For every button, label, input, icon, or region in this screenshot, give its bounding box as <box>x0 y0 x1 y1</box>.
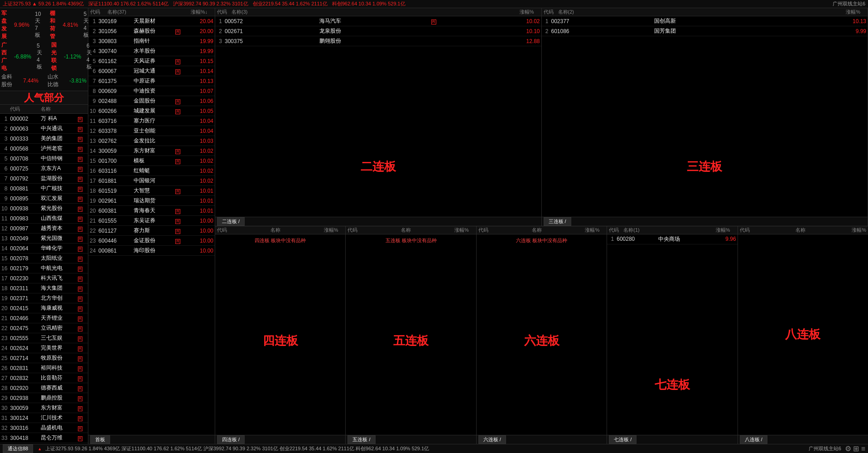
tab-qilianban[interactable]: 七连板 / <box>609 435 637 444</box>
tab-yiban[interactable]: 首板 <box>90 435 110 444</box>
pop-row[interactable]: 7 000792 盐湖股份 R <box>0 174 88 184</box>
pop-row[interactable]: 19 002371 北方华创 R <box>0 293 88 303</box>
limitup-row[interactable]: 7 601375 中原证券 10.13 <box>88 76 215 86</box>
limitup-row[interactable]: 13 002762 金发拉比 10.03 <box>88 136 215 146</box>
limitup-row[interactable]: 16 603116 红蜻蜓 10.02 <box>88 166 215 176</box>
pop-row[interactable]: 6 000725 京东方A R <box>0 164 88 174</box>
pop-row[interactable]: 22 002475 立讯精密 R <box>0 323 88 333</box>
erlianban-scroll[interactable]: 1 000572 海马汽车 R 10.02 2 002671 龙泉股份 10.1… <box>215 16 541 117</box>
limitup-row[interactable]: 9 002488 金固股份 R 10.06 <box>88 96 215 106</box>
pop-row[interactable]: 24 002624 完美世界 R <box>0 343 88 353</box>
limitup-row[interactable]: 10 600266 城建发展 R 10.05 <box>88 106 215 116</box>
lu-num: 8 <box>88 86 97 96</box>
sanlianban-row[interactable]: 2 601086 国芳集团 9.99 <box>542 26 868 36</box>
pop-row[interactable]: 27 002832 比音勒芬 R <box>0 373 88 383</box>
pop-row[interactable]: 2 000063 中兴通讯 R <box>0 124 88 134</box>
pop-row[interactable]: 20 002415 海康威视 R <box>0 303 88 313</box>
lu-r: R <box>173 26 187 36</box>
limitup-row[interactable]: 3 300803 指南针 19.99 <box>88 36 215 46</box>
pop-name: 华峰化学 <box>39 244 76 253</box>
erlianban-row[interactable]: 1 000572 海马汽车 R 10.02 <box>215 16 541 26</box>
pop-code: 002555 <box>9 333 39 343</box>
silianban-no-data: 四连板 板块中没有品种 <box>252 234 309 247</box>
lu-num: 11 <box>88 116 97 126</box>
pop-row[interactable]: 31 300124 汇川技术 R <box>0 413 88 423</box>
pop-row[interactable]: 29 002938 鹏鼎控股 R <box>0 393 88 403</box>
pop-row[interactable]: 32 300316 晶盛机电 R <box>0 423 88 433</box>
limitup-row[interactable]: 6 600067 冠城大通 R 10.14 <box>88 66 215 76</box>
lu-num: 18 <box>88 186 97 196</box>
limitup-row[interactable]: 15 001700 樯板 R 10.02 <box>88 156 215 166</box>
limitup-row[interactable]: 14 300059 东方财富 R 10.02 <box>88 146 215 156</box>
limitup-row[interactable]: 1 300169 天晨新材 20.04 <box>88 16 215 26</box>
pop-row[interactable]: 33 300418 昆仑万维 R <box>0 433 88 443</box>
pop-row[interactable]: 17 002230 科大讯飞 R <box>0 273 88 283</box>
limitup-row[interactable]: 11 603716 塞力医疗 10.04 <box>88 116 215 126</box>
pop-row[interactable]: 23 002555 三七互娱 R <box>0 333 88 343</box>
tab-silianban[interactable]: 四连板 / <box>217 435 245 444</box>
pop-row[interactable]: 13 002049 紫光国微 R <box>0 234 88 244</box>
pop-row[interactable]: 28 002920 德赛西威 R <box>0 383 88 393</box>
limitup-row[interactable]: 23 600446 金证股份 R 10.00 <box>88 236 215 246</box>
limitup-row[interactable]: 24 000861 海印股份 10.00 <box>88 246 215 256</box>
limitup-row[interactable]: 4 300740 水羊股份 19.99 <box>88 46 215 56</box>
balianban-header: 代码 名称 涨幅% <box>738 226 868 234</box>
lu-change: 10.00 <box>187 236 215 246</box>
pop-r: R <box>76 204 88 214</box>
limitup-row[interactable]: 8 000609 中迪投资 10.07 <box>88 86 215 96</box>
tab-erlianban[interactable]: 二连板 / <box>217 217 245 226</box>
pop-name: 裕同科技 <box>39 363 76 373</box>
pop-row[interactable]: 16 002179 中航光电 R <box>0 263 88 273</box>
pop-table: 代码 名称 1 000002 万 科A R 2 000063 中兴通讯 R 3 … <box>0 105 88 444</box>
limitup-row[interactable]: 5 601162 天风证券 R 10.15 <box>88 56 215 66</box>
limitup-row[interactable]: 20 600381 青海春天 R 10.01 <box>88 206 215 216</box>
pop-row[interactable]: 8 000881 中广核技 R <box>0 184 88 194</box>
trend-change-3: -6.88% <box>14 54 31 60</box>
qilianban-row[interactable]: 1 600280 中央商场 9.96 <box>607 234 737 244</box>
lu-r: R <box>173 96 187 106</box>
lu-name: 塞力医疗 <box>132 116 174 126</box>
pop-row[interactable]: 10 000938 紫光股份 R <box>0 204 88 214</box>
pop-row[interactable]: 4 000568 泸州老窖 R <box>0 144 88 154</box>
status-tab-tongdaxin[interactable]: 通达信88 <box>3 444 33 453</box>
pop-row[interactable]: 25 002714 牧原股份 R <box>0 353 88 363</box>
pop-row[interactable]: 26 002831 裕同科技 R <box>0 363 88 373</box>
erlianban-row[interactable]: 3 300375 鹏翎股份 12.88 <box>215 36 541 46</box>
limitup-row[interactable]: 19 002961 瑞达期货 10.01 <box>88 196 215 206</box>
pop-row[interactable]: 11 000983 山西焦煤 R <box>0 214 88 224</box>
pop-name: 昆仑万维 <box>39 433 76 443</box>
limitup-row[interactable]: 18 601519 大智慧 R 10.01 <box>88 186 215 196</box>
lu-num: 12 <box>88 126 97 136</box>
pop-row[interactable]: 15 002078 太阳纸业 R <box>0 253 88 263</box>
tab-liulianban[interactable]: 六连板 / <box>478 435 506 444</box>
limitup-row[interactable]: 22 601127 赛力斯 R 10.00 <box>88 226 215 236</box>
tab-sanlianban[interactable]: 三连板 / <box>544 217 571 226</box>
pop-row[interactable]: 1 000002 万 科A R <box>0 114 88 124</box>
pop-row[interactable]: 5 000708 中信特钢 R <box>0 154 88 164</box>
pop-list-container[interactable]: 代码 名称 1 000002 万 科A R 2 000063 中兴通讯 R 3 … <box>0 105 88 444</box>
limitup-row[interactable]: 2 301056 森赫股份 R 20.00 <box>88 26 215 36</box>
pop-row[interactable]: 14 002064 华峰化学 R <box>0 244 88 253</box>
erlianban-row[interactable]: 2 002671 龙泉股份 10.10 <box>215 26 541 36</box>
sanlianban-scroll[interactable]: 1 002377 国创高新 10.13 2 601086 国芳集团 9.99 <box>542 16 868 117</box>
lu-num: 21 <box>88 216 97 226</box>
limitup-row[interactable]: 17 601881 中国银河 10.02 <box>88 176 215 186</box>
pop-row[interactable]: 18 002311 海大集团 R <box>0 283 88 293</box>
silianban-name-col: 名称 <box>229 227 322 234</box>
pop-code: 002466 <box>9 313 39 323</box>
limitup-scroll[interactable]: 1 300169 天晨新材 20.04 2 301056 森赫股份 R 20.0… <box>88 16 215 435</box>
limitup-row[interactable]: 21 601555 东吴证券 R 10.00 <box>88 216 215 226</box>
pop-row[interactable]: 21 002466 天齐锂业 R <box>0 313 88 323</box>
lu-change: 10.13 <box>187 76 215 86</box>
pop-row[interactable]: 12 000987 越秀资本 R <box>0 224 88 234</box>
pop-row[interactable]: 3 000333 美的集团 R <box>0 134 88 144</box>
sanlianban-row[interactable]: 1 002377 国创高新 10.13 <box>542 16 868 26</box>
lu-num: 3 <box>88 36 97 46</box>
tab-wulianban[interactable]: 五连板 / <box>347 435 375 444</box>
pop-row[interactable]: 9 000895 双汇发展 R <box>0 194 88 204</box>
pop-row[interactable]: 30 300059 东方财富 R <box>0 403 88 413</box>
tab-balianban[interactable]: 八连板 / <box>740 435 767 444</box>
limitup-row[interactable]: 12 603378 亚士创能 10.04 <box>88 126 215 136</box>
qilianban-scroll[interactable]: 1 600280 中央商场 9.96 <box>607 234 737 335</box>
silianban-code-col: 代码 <box>217 227 227 234</box>
